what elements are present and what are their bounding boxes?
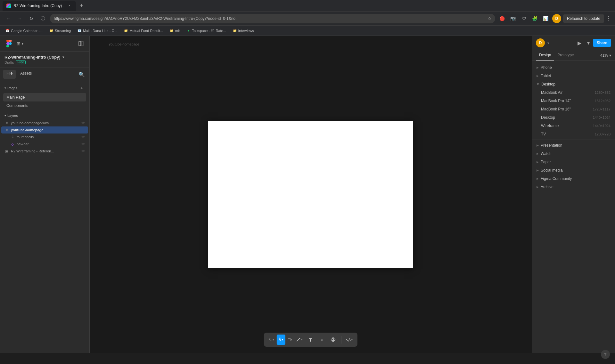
pages-chevron-icon: ▾ [4, 86, 6, 90]
select-tool[interactable]: ↖ ▾ [267, 335, 275, 345]
code-view-button[interactable]: </> [344, 335, 354, 345]
visibility-icon-3: 👁 [81, 142, 85, 146]
layers-title: ▾ Layers [4, 114, 18, 117]
layer-youtube-homepage-with[interactable]: # youtube-homepage-with... 👁 [1, 119, 88, 126]
layer-name-text-2: youtube-homepage [11, 128, 85, 132]
prototype-play-dropdown[interactable]: ▾ [586, 38, 591, 47]
desktop-size-label: Desktop [541, 115, 591, 120]
preset-figma-community[interactable]: ▶ Figma Community [532, 174, 615, 183]
relaunch-button[interactable]: Relaunch to update [563, 14, 604, 23]
preset-phone[interactable]: ▶ Phone [532, 63, 615, 72]
layout-toggle-button[interactable] [77, 39, 86, 48]
page-main[interactable]: Main Page [3, 93, 86, 101]
macbook-air-label: MacBook Air [541, 90, 593, 95]
layer-thumbnails[interactable]: ⠿ thumbnails 👁 [1, 133, 88, 141]
new-tab-button[interactable]: + [77, 1, 86, 10]
phone-expand-icon: ▶ [537, 66, 539, 69]
image-icon: ▣ [4, 149, 9, 153]
extension-icon-red[interactable]: 🔴 [498, 14, 507, 23]
tab-design[interactable]: Design [536, 50, 554, 61]
bookmark-google-calendar[interactable]: 📅 Google Calendar -... [3, 28, 45, 34]
grid-dropdown-icon[interactable]: ▾ [22, 42, 23, 45]
preset-macbook-pro-14[interactable]: MacBook Pro 14" 1512×982 [532, 97, 615, 105]
right-panel-tabs: Design Prototype 41% ▾ [532, 50, 615, 61]
preset-paper[interactable]: ▶ Paper [532, 158, 615, 166]
bookmark-icon-streaming: 📁 [49, 28, 53, 33]
bookmark-streaming[interactable]: 📁 Streaming [46, 28, 73, 34]
prototype-play-button[interactable]: ▶ [575, 38, 584, 47]
nav-icons: 🔴 📷 🛡 🧩 📊 D Relaunch to update ⋮ [498, 14, 611, 23]
active-tab[interactable]: R2-Wireframing-Intro (Copy) - × [3, 1, 76, 11]
project-name[interactable]: R2-Wireframing-Intro (Copy) ▾ [4, 55, 85, 60]
shape-tool[interactable]: □ ▾ [287, 335, 294, 345]
user-avatar[interactable]: D [536, 38, 545, 47]
tab-file[interactable]: File [3, 70, 16, 79]
page-components[interactable]: Components [3, 101, 86, 110]
help-button[interactable]: ? [601, 350, 610, 353]
bookmark-mutual-fund[interactable]: 📁 Mutual Fund Result... [121, 28, 166, 34]
project-name-text: R2-Wireframing-Intro (Copy) [4, 55, 61, 60]
pages-title-text: Pages [7, 86, 17, 90]
layer-r2-wireframing-ref[interactable]: ▣ R2 Wireframing - Referen... 👁 [1, 148, 88, 155]
canvas-frame-label: youtube-homepage [109, 42, 139, 46]
extension-icon-camera[interactable]: 📷 [509, 14, 518, 23]
pages-title[interactable]: ▾ Pages [4, 86, 17, 90]
preset-macbook-pro-16[interactable]: MacBook Pro 16" 1728×1117 [532, 105, 615, 113]
tab-prototype[interactable]: Prototype [554, 50, 577, 61]
frame-icon-2: # [4, 128, 9, 132]
tv-label: TV [541, 132, 593, 136]
preset-tv[interactable]: TV 1280×720 [532, 130, 615, 138]
preset-tablet[interactable]: ▶ Tablet [532, 72, 615, 80]
share-button[interactable]: Share [593, 39, 611, 47]
extension-icon-shield[interactable]: 🛡 [520, 14, 529, 23]
pen-dropdown-icon: ▾ [301, 338, 303, 341]
browser-menu-dots[interactable]: ⋮ [606, 15, 611, 21]
layers-header[interactable]: ▾ Layers [1, 112, 88, 119]
forward-button[interactable]: → [15, 14, 24, 23]
left-sidebar: ⊞ ▾ R2-Wireframing-Intro (Copy) ▾ Drafts… [0, 36, 90, 353]
layers-chevron-icon: ▾ [4, 114, 6, 117]
address-bar[interactable]: https://www.figma.com/design/BAOVIoRY2Ux… [50, 14, 495, 23]
svg-rect-0 [79, 41, 81, 46]
extension-icon-puzzle[interactable]: 🧩 [530, 14, 539, 23]
frame-tool[interactable]: # ▾ [277, 335, 285, 345]
component-tool[interactable] [328, 335, 339, 345]
sidebar-file-tabs: File Assets 🔍 [0, 68, 89, 81]
bookmark-interviews[interactable]: 📁 interviews [230, 28, 257, 34]
ellipse-tool[interactable]: ○ [317, 335, 327, 345]
bookmark-mail[interactable]: 📧 Mail - Dana Hua - O... [75, 28, 120, 34]
macbook-pro14-label: MacBook Pro 14" [541, 99, 593, 103]
profile-button[interactable]: D [552, 14, 561, 23]
preset-wireframe[interactable]: Wireframe 1440×1024 [532, 122, 615, 130]
info-button[interactable]: ⓘ [38, 14, 47, 23]
wireframe-label: Wireframe [541, 124, 591, 128]
avatar-dropdown-icon[interactable]: ▾ [547, 41, 549, 45]
page-main-label: Main Page [6, 95, 25, 100]
preset-presentation[interactable]: ▶ Presentation [532, 141, 615, 150]
macbook-air-dims: 1280×832 [595, 91, 611, 94]
search-icon[interactable]: 🔍 [77, 70, 86, 79]
code-icon: </> [346, 337, 353, 342]
preset-macbook-air[interactable]: MacBook Air 1280×832 [532, 88, 615, 97]
preset-archive[interactable]: ▶ Archive [532, 183, 615, 191]
preset-desktop-size[interactable]: Desktop 1440×1024 [532, 113, 615, 122]
preset-desktop-header[interactable]: ▼ Desktop [532, 80, 615, 88]
extension-icon-figma[interactable]: 📊 [541, 14, 550, 23]
bookmark-label: Google Calendar -... [11, 29, 43, 33]
reload-button[interactable]: ↻ [27, 14, 36, 23]
add-page-button[interactable]: + [78, 85, 85, 91]
zoom-level[interactable]: 41% ▾ [600, 50, 611, 61]
back-button[interactable]: ← [4, 14, 13, 23]
pen-tool[interactable]: ▾ [295, 335, 304, 345]
layer-nav-bar[interactable]: ◇ nav-bar 👁 [1, 141, 88, 148]
canvas-area[interactable]: youtube-homepage ↖ ▾ # ▾ □ ▾ [90, 36, 532, 353]
preset-watch[interactable]: ▶ Watch [532, 150, 615, 158]
select-icon: ↖ [268, 337, 272, 342]
layer-youtube-homepage[interactable]: # youtube-homepage [1, 126, 88, 133]
text-tool[interactable]: T [305, 335, 316, 345]
preset-social-media[interactable]: ▶ Social media [532, 166, 615, 174]
tab-close-btn[interactable]: × [67, 3, 72, 8]
bookmark-talkspace[interactable]: ● Talkspace - #1 Rate... [184, 28, 228, 34]
tab-assets[interactable]: Assets [17, 70, 35, 79]
bookmark-mit[interactable]: 📁 mit [167, 28, 183, 34]
